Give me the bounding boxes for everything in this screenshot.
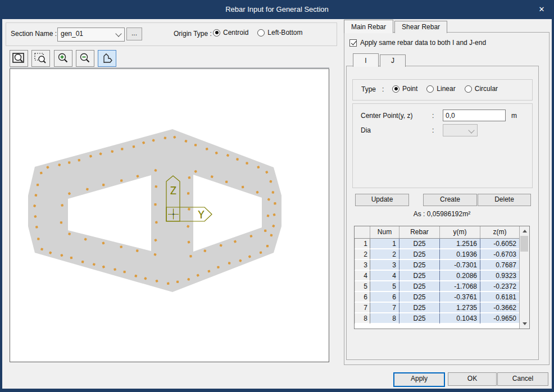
apply-same-row[interactable]: Apply same rebar data to both I and J-en… [349, 39, 486, 47]
radio-circle-icon[interactable] [213, 29, 220, 37]
table-cell[interactable]: 5 [370, 281, 399, 292]
radio-circle-icon[interactable] [257, 29, 265, 37]
zoom-in-icon[interactable] [54, 50, 72, 67]
table-cell[interactable]: 3 [355, 260, 370, 271]
table-cell[interactable]: 2 [370, 249, 399, 260]
radio-circular[interactable]: Circular [465, 85, 498, 93]
table-cell[interactable]: 3 [370, 260, 399, 271]
table-cell[interactable]: 0.9323 [480, 271, 520, 281]
table-cell[interactable]: 0.2086 [440, 271, 480, 281]
table-cell[interactable]: 8 [355, 313, 370, 324]
table-cell[interactable]: D25 [399, 239, 440, 249]
cancel-button[interactable]: Cancel [497, 372, 548, 386]
table-cell[interactable]: 0.7687 [480, 260, 520, 271]
table-cell[interactable]: D25 [399, 281, 440, 292]
table-cell[interactable]: 1 [370, 239, 399, 249]
zoom-window-icon[interactable] [31, 50, 50, 67]
table-cell[interactable]: 2 [355, 249, 370, 260]
table-cell[interactable]: 8 [370, 313, 399, 324]
table-cell[interactable]: 0.1936 [440, 249, 480, 260]
table-row[interactable]: 66D25-0.37610.6181 [355, 292, 529, 303]
table-cell[interactable]: D25 [399, 271, 440, 281]
table-cell[interactable] [355, 226, 370, 239]
table-cell[interactable]: -0.7301 [440, 260, 480, 271]
table-cell[interactable]: -0.9650 [480, 313, 520, 324]
rebar-dot [37, 184, 39, 186]
apply-same-checkbox[interactable] [349, 39, 357, 47]
center-point-unit: m [511, 112, 517, 120]
table-cell[interactable]: 6 [370, 292, 399, 303]
chevron-down-icon [115, 30, 121, 37]
table-cell[interactable]: 0.6181 [480, 292, 520, 303]
rebar-table[interactable]: NumRebary(m)z(m)11D251.2516-0.605222D250… [354, 226, 530, 329]
table-cell[interactable]: 4 [370, 271, 399, 281]
table-cell[interactable]: 1.2735 [440, 303, 480, 313]
table-row[interactable]: 55D25-1.7068-0.2372 [355, 281, 529, 292]
rebar-dot [133, 145, 135, 148]
section-canvas-svg[interactable]: ZY [10, 69, 329, 362]
scroll-down-icon[interactable] [520, 320, 529, 329]
table-row[interactable]: 33D25-0.73010.7687 [355, 260, 529, 271]
table-row[interactable]: 22D250.1936-0.6703 [355, 249, 529, 260]
update-button[interactable]: Update [355, 194, 409, 206]
section-canvas[interactable]: ZY [10, 69, 329, 362]
tab-shear-rebar[interactable]: Shear Rebar [394, 21, 447, 33]
dia-combobox[interactable] [443, 124, 478, 136]
table-cell[interactable]: D25 [399, 249, 440, 260]
end-tabs: IJ [353, 53, 407, 67]
table-body[interactable]: 11D251.2516-0.605222D250.1936-0.670333D2… [355, 239, 529, 324]
table-cell[interactable]: 5 [355, 281, 370, 292]
zoom-extents-icon[interactable] [10, 50, 28, 67]
as-unit: m² [462, 210, 470, 218]
radio-circle-icon[interactable] [426, 85, 434, 93]
table-cell[interactable]: -0.3662 [480, 303, 520, 313]
radio-circle-icon[interactable] [392, 85, 399, 93]
table-row[interactable]: 77D251.2735-0.3662 [355, 303, 529, 313]
table-cell[interactable]: 1 [355, 239, 370, 249]
table-cell[interactable]: D25 [399, 260, 440, 271]
table-cell[interactable]: D25 [399, 303, 440, 313]
table-row[interactable]: 88D250.1043-0.9650 [355, 313, 529, 324]
table-cell[interactable]: z(m) [480, 226, 520, 239]
create-button[interactable]: Create [423, 194, 477, 206]
table-cell[interactable]: -1.7068 [440, 281, 480, 292]
apply-button[interactable]: Apply [393, 372, 445, 387]
radio-circle-icon[interactable] [465, 85, 472, 93]
table-cell[interactable]: D25 [399, 313, 440, 324]
scroll-up-icon[interactable] [520, 226, 529, 235]
table-cell[interactable]: 0.1043 [440, 313, 480, 324]
table-cell[interactable]: Num [370, 226, 399, 239]
table-cell[interactable]: 7 [355, 303, 370, 313]
table-scrollbar[interactable] [519, 226, 529, 329]
table-cell[interactable]: 1.2516 [440, 239, 480, 249]
table-cell[interactable]: -0.2372 [480, 281, 520, 292]
table-cell[interactable]: D25 [399, 292, 440, 303]
table-cell[interactable]: -0.3761 [440, 292, 480, 303]
delete-button[interactable]: Delete [478, 194, 531, 206]
table-cell[interactable]: 6 [355, 292, 370, 303]
table-cell[interactable]: Rebar [399, 226, 440, 239]
tab-i[interactable]: I [353, 53, 379, 67]
radio-point[interactable]: Point [392, 85, 417, 93]
radio-left-bottom[interactable]: Left-Bottom [257, 29, 302, 37]
radio-centroid[interactable]: Centroid [213, 29, 248, 37]
tab-j[interactable]: J [380, 54, 406, 67]
table-row[interactable]: 44D250.20860.9323 [355, 271, 529, 281]
scroll-thumb[interactable] [520, 236, 528, 252]
close-icon[interactable]: ✕ [536, 4, 547, 15]
table-row[interactable]: 11D251.2516-0.6052 [355, 239, 529, 249]
table-cell[interactable]: 4 [355, 271, 370, 281]
table-cell[interactable]: -0.6703 [480, 249, 520, 260]
browse-button[interactable]: ... [126, 28, 142, 40]
table-cell[interactable]: 7 [370, 303, 399, 313]
axis-display-icon[interactable] [98, 50, 116, 67]
table-cell[interactable]: -0.6052 [480, 239, 520, 249]
zoom-out-icon[interactable] [76, 50, 94, 67]
radio-linear[interactable]: Linear [426, 85, 455, 93]
tab-main-rebar[interactable]: Main Rebar [344, 20, 393, 33]
ok-button[interactable]: OK [448, 372, 497, 386]
title-bar[interactable]: Rebar Input for General Section ✕ [0, 0, 554, 19]
center-point-input[interactable] [443, 110, 506, 121]
table-cell[interactable]: y(m) [440, 226, 480, 239]
section-name-combobox[interactable]: gen_01 [57, 28, 125, 42]
